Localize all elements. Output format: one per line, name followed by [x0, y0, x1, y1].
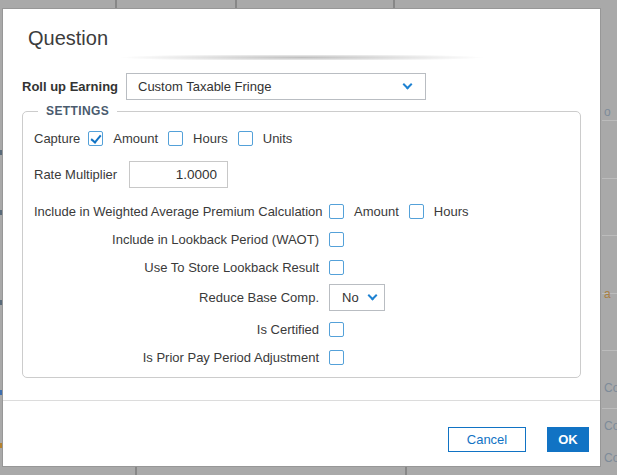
title-divider — [48, 55, 556, 60]
lookback-period-row: Include in Lookback Period (WAOT) — [34, 231, 572, 247]
cancel-button[interactable]: Cancel — [448, 427, 526, 452]
capture-units-checkbox[interactable] — [238, 131, 253, 146]
is-certified-row: Is Certified — [34, 321, 572, 337]
reduce-base-comp-label: Reduce Base Comp. — [34, 290, 319, 305]
backdrop-column-divider — [405, 467, 407, 475]
store-lookback-label: Use To Store Lookback Result — [34, 260, 319, 275]
backdrop-row-line — [602, 235, 617, 236]
question-dialog: Question Roll up Earning Custom Taxable … — [2, 8, 601, 467]
settings-legend: SETTINGS — [38, 104, 117, 118]
roll-up-earning-value: Custom Taxable Fringe — [138, 79, 271, 94]
chevron-down-icon — [368, 291, 378, 301]
backdrop-column-divider — [235, 0, 237, 8]
weighted-average-premium-label: Include in Weighted Average Premium Calc… — [34, 204, 319, 219]
backdrop-row-line — [602, 120, 617, 121]
backdrop-row-line — [602, 178, 617, 179]
roll-up-earning-row: Roll up Earning Custom Taxable Fringe — [22, 72, 426, 100]
backdrop-column-divider — [115, 0, 117, 8]
dialog-title: Question — [28, 23, 108, 53]
prior-pay-period-label: Is Prior Pay Period Adjustment — [34, 350, 319, 365]
reduce-base-comp-row: Reduce Base Comp. No — [34, 284, 572, 311]
backdrop-text-fragment: Co — [604, 381, 617, 395]
roll-up-earning-label: Roll up Earning — [22, 79, 126, 94]
backdrop-text-fragment: Co — [604, 419, 617, 433]
prior-pay-period-row: Is Prior Pay Period Adjustment — [34, 349, 572, 365]
weighted-average-premium-row: Include in Weighted Average Premium Calc… — [34, 203, 572, 219]
rate-multiplier-input[interactable] — [129, 161, 228, 188]
rate-multiplier-row: Rate Multiplier — [34, 161, 572, 188]
capture-label: Capture — [34, 131, 80, 146]
capture-amount-checkbox[interactable] — [88, 131, 103, 146]
wapc-amount-label: Amount — [354, 204, 399, 219]
capture-units-label: Units — [263, 131, 293, 146]
backdrop-text-fragment: Co — [604, 451, 617, 465]
roll-up-earning-select[interactable]: Custom Taxable Fringe — [126, 73, 426, 100]
wapc-amount-checkbox[interactable] — [329, 204, 344, 219]
backdrop-row-line — [602, 350, 617, 351]
wapc-hours-checkbox[interactable] — [409, 204, 424, 219]
capture-row: Capture Amount Hours Units — [34, 130, 572, 146]
ok-button[interactable]: OK — [547, 427, 589, 452]
backdrop-text-fragment: a — [604, 287, 611, 301]
capture-amount-label: Amount — [113, 131, 158, 146]
lookback-period-label: Include in Lookback Period (WAOT) — [34, 232, 319, 247]
footer-divider — [3, 400, 600, 401]
prior-pay-period-checkbox[interactable] — [329, 350, 344, 365]
settings-fieldset: SETTINGS Capture Amount Hours Units Rate… — [22, 111, 581, 378]
lookback-period-checkbox[interactable] — [329, 232, 344, 247]
store-lookback-row: Use To Store Lookback Result — [34, 259, 572, 275]
backdrop-row-line — [602, 408, 617, 409]
is-certified-label: Is Certified — [34, 322, 319, 337]
wapc-hours-label: Hours — [434, 204, 469, 219]
capture-hours-checkbox[interactable] — [168, 131, 183, 146]
backdrop-text-fragment: o — [604, 105, 611, 119]
reduce-base-comp-value: No — [342, 290, 359, 305]
capture-hours-label: Hours — [193, 131, 228, 146]
backdrop-column-divider — [135, 467, 137, 475]
reduce-base-comp-select[interactable]: No — [329, 284, 385, 311]
chevron-down-icon — [403, 79, 413, 89]
backdrop-column-divider — [393, 0, 395, 8]
store-lookback-checkbox[interactable] — [329, 260, 344, 275]
rate-multiplier-label: Rate Multiplier — [34, 167, 129, 182]
is-certified-checkbox[interactable] — [329, 322, 344, 337]
